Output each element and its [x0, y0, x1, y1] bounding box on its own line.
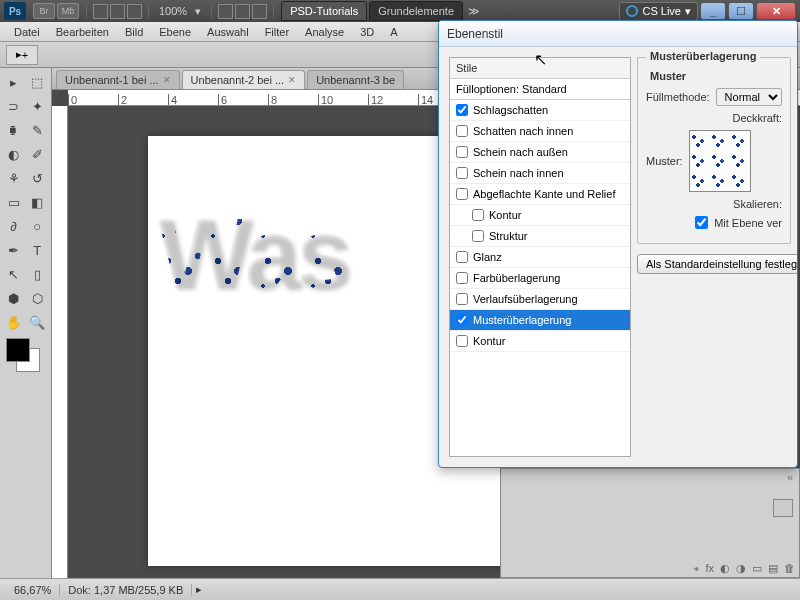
menu-datei[interactable]: Datei [6, 24, 48, 40]
document-tab[interactable]: Unbenannt-3 be [307, 70, 404, 89]
style-checkbox[interactable] [456, 314, 468, 326]
link-layer-label: Mit Ebene ver [714, 217, 782, 229]
menu-auswahl[interactable]: Auswahl [199, 24, 257, 40]
extras-icons[interactable] [218, 4, 267, 19]
mask-icon[interactable]: ◐ [720, 562, 730, 575]
wand-tool[interactable]: ✦ [26, 94, 50, 118]
style-item[interactable]: Schatten nach innen [450, 121, 630, 142]
style-checkbox[interactable] [456, 188, 468, 200]
current-tool-icon[interactable]: ▸+ [6, 45, 38, 65]
style-item[interactable]: Schlagschatten [450, 100, 630, 121]
style-item[interactable]: Kontur [450, 331, 630, 352]
marquee-tool[interactable]: ⬚ [26, 70, 50, 94]
style-item[interactable]: Glanz [450, 247, 630, 268]
fill-options-item[interactable]: Fülloptionen: Standard [450, 79, 630, 100]
style-item[interactable]: Abgeflachte Kante und Relief [450, 184, 630, 205]
style-item[interactable]: Schein nach außen [450, 142, 630, 163]
panel-icon[interactable] [773, 499, 793, 517]
eraser-tool[interactable]: ▭ [2, 190, 26, 214]
path-tool[interactable]: ↖ [2, 262, 26, 286]
stamp-tool[interactable]: ⚘ [2, 166, 26, 190]
trash-icon[interactable]: 🗑 [784, 562, 795, 575]
panel-collapse-icon[interactable]: « [787, 471, 793, 483]
fx-icon[interactable]: fx [705, 562, 714, 575]
pattern-swatch[interactable] [689, 130, 751, 192]
3d-camera-tool[interactable]: ⬡ [26, 286, 50, 310]
menu-ansicht[interactable]: A [382, 24, 405, 40]
zoom-display[interactable]: 100% [155, 5, 191, 17]
gradient-tool[interactable]: ◧ [26, 190, 50, 214]
status-zoom[interactable]: 66,67% [6, 584, 60, 596]
chevron-right-icon[interactable]: ▸ [192, 583, 206, 596]
document-tab[interactable]: Unbenannt-1 bei ...✕ [56, 70, 180, 89]
menu-bild[interactable]: Bild [117, 24, 151, 40]
cslive-button[interactable]: CS Live ▾ [619, 2, 698, 21]
link-icon[interactable]: ⧞ [693, 562, 699, 575]
link-layer-checkbox[interactable] [695, 216, 708, 229]
bridge-button[interactable]: Br [33, 3, 55, 19]
blend-mode-select[interactable]: Normal [716, 88, 782, 106]
style-item[interactable]: Kontur [450, 205, 630, 226]
adjustment-icon[interactable]: ◑ [736, 562, 746, 575]
view-icons[interactable] [93, 4, 142, 19]
document-tab[interactable]: Unbenannt-2 bei ...✕ [182, 70, 306, 89]
3d-tool[interactable]: ⬢ [2, 286, 26, 310]
window-maximize[interactable]: ☐ [728, 2, 754, 20]
style-checkbox[interactable] [456, 335, 468, 347]
close-icon[interactable]: ✕ [163, 75, 171, 85]
style-checkbox[interactable] [456, 146, 468, 158]
style-checkbox[interactable] [456, 251, 468, 263]
style-checkbox[interactable] [456, 104, 468, 116]
brush-tool[interactable]: ✐ [26, 142, 50, 166]
heal-tool[interactable]: ◐ [2, 142, 26, 166]
style-checkbox[interactable] [456, 167, 468, 179]
menu-bearbeiten[interactable]: Bearbeiten [48, 24, 117, 40]
style-item[interactable]: Musterüberlagerung [450, 310, 630, 331]
menu-analyse[interactable]: Analyse [297, 24, 352, 40]
blur-tool[interactable]: ∂ [2, 214, 26, 238]
menu-filter[interactable]: Filter [257, 24, 297, 40]
window-close[interactable]: ✕ [756, 2, 796, 20]
foreground-color[interactable] [6, 338, 30, 362]
settings-subtitle: Muster [650, 70, 782, 82]
history-brush-tool[interactable]: ↺ [26, 166, 50, 190]
status-docinfo[interactable]: Dok: 1,37 MB/255,9 KB [60, 584, 192, 596]
zoom-tool[interactable]: 🔍 [26, 310, 50, 334]
layer-style-dialog[interactable]: Ebenenstil Stile Fülloptionen: Standard … [438, 20, 798, 468]
minibridge-button[interactable]: Mb [57, 3, 79, 19]
cslive-icon [626, 5, 638, 17]
hand-tool[interactable]: ✋ [2, 310, 26, 334]
move-tool[interactable]: ▸ [2, 70, 26, 94]
new-layer-icon[interactable]: ▤ [768, 562, 778, 575]
eyedropper-tool[interactable]: ✎ [26, 118, 50, 142]
type-tool[interactable]: T [26, 238, 50, 262]
zoom-dropdown-icon[interactable]: ▾ [195, 5, 201, 18]
color-swatches[interactable] [6, 338, 46, 378]
pen-tool[interactable]: ✒ [2, 238, 26, 262]
close-icon[interactable]: ✕ [288, 75, 296, 85]
workspace-tab[interactable]: Grundelemente [369, 1, 463, 21]
folder-icon[interactable]: ▭ [752, 562, 762, 575]
lasso-tool[interactable]: ⊃ [2, 94, 26, 118]
style-item[interactable]: Schein nach innen [450, 163, 630, 184]
layers-panel[interactable]: « ⧞ fx ◐ ◑ ▭ ▤ 🗑 [500, 468, 800, 578]
style-item[interactable]: Verlaufsüberlagerung [450, 289, 630, 310]
workspace-more-icon[interactable]: ≫ [468, 5, 480, 18]
dialog-title[interactable]: Ebenenstil [439, 21, 797, 47]
crop-tool[interactable]: ⧯ [2, 118, 26, 142]
menu-3d[interactable]: 3D [352, 24, 382, 40]
style-list-header[interactable]: Stile [450, 58, 630, 79]
dodge-tool[interactable]: ○ [26, 214, 50, 238]
shape-tool[interactable]: ▯ [26, 262, 50, 286]
window-minimize[interactable]: _ [700, 2, 726, 20]
style-checkbox[interactable] [456, 293, 468, 305]
style-checkbox[interactable] [472, 230, 484, 242]
workspace-tab-active[interactable]: PSD-Tutorials [281, 1, 367, 21]
style-checkbox[interactable] [456, 272, 468, 284]
set-default-button[interactable]: Als Standardeinstellung festlegen [637, 254, 797, 274]
style-item[interactable]: Struktur [450, 226, 630, 247]
menu-ebene[interactable]: Ebene [151, 24, 199, 40]
style-checkbox[interactable] [456, 125, 468, 137]
style-item[interactable]: Farbüberlagerung [450, 268, 630, 289]
style-checkbox[interactable] [472, 209, 484, 221]
